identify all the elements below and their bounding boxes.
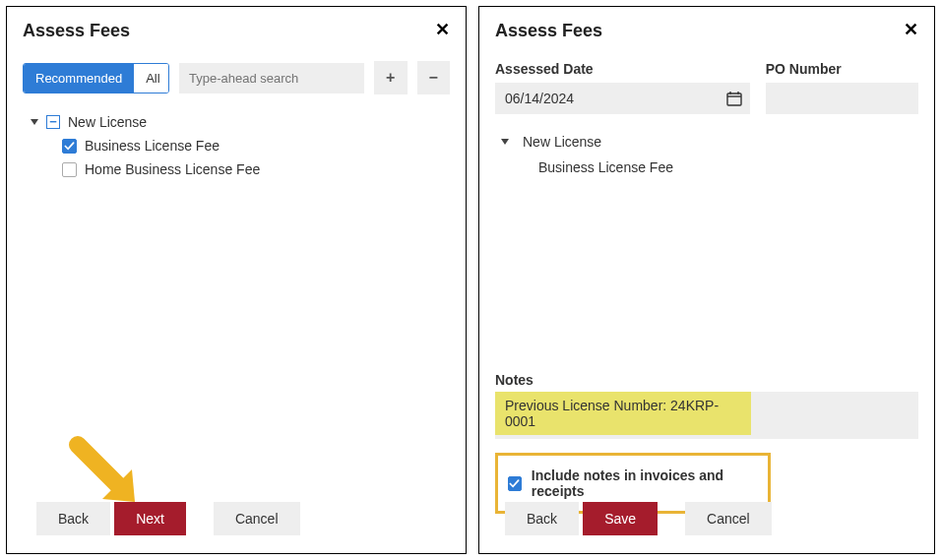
include-notes-label: Include notes in invoices and receipts [532, 467, 758, 499]
close-icon[interactable]: ✕ [435, 21, 450, 38]
fee-filter-tabs: Recommended All [23, 63, 169, 93]
tree-item-label: Home Business License Fee [85, 161, 260, 177]
tree-item-label: Business License Fee [85, 138, 220, 154]
close-icon[interactable]: ✕ [904, 21, 918, 38]
caret-down-icon [31, 119, 38, 125]
collapse-toggle[interactable]: − [46, 115, 60, 129]
fee-tree: − New License Business License Fee Home … [23, 112, 450, 179]
tab-all[interactable]: All [134, 64, 169, 93]
filter-row: Recommended All + − [23, 61, 450, 94]
minus-icon: − [429, 69, 438, 87]
notes-section: Notes Previous License Number: 24KRP-000… [495, 372, 918, 514]
fields-row: Assessed Date PO Number [495, 61, 918, 114]
tree-item[interactable]: Business License Fee [62, 136, 450, 156]
assessed-date-label: Assessed Date [495, 61, 750, 77]
checkbox-business-license-fee[interactable] [62, 139, 77, 154]
checkbox-home-business-license-fee[interactable] [62, 162, 77, 177]
cancel-button[interactable]: Cancel [214, 502, 300, 535]
back-button[interactable]: Back [505, 502, 579, 535]
po-number-label: PO Number [766, 61, 918, 77]
save-button[interactable]: Save [583, 502, 658, 535]
footer-buttons: Back Next Cancel [36, 502, 300, 535]
next-button[interactable]: Next [114, 502, 186, 535]
assessed-date-field: Assessed Date [495, 61, 750, 114]
assess-fees-panel-step1: Assess Fees ✕ Recommended All + − − New … [6, 6, 467, 554]
notes-highlighted-text: Previous License Number: 24KRP-0001 [495, 392, 751, 435]
tree-node-new-license[interactable]: − New License [31, 112, 450, 132]
page-title: Assess Fees [23, 21, 450, 41]
tree-item-label: Business License Fee [538, 159, 918, 175]
assessed-date-input[interactable] [495, 83, 750, 114]
collapse-all-button[interactable]: − [417, 61, 450, 94]
calendar-icon[interactable] [726, 91, 742, 106]
notes-label: Notes [495, 372, 918, 388]
check-icon [509, 478, 520, 489]
plus-icon: + [386, 69, 395, 87]
svg-rect-0 [727, 93, 741, 105]
notes-textarea[interactable]: Previous License Number: 24KRP-0001 [495, 392, 918, 439]
tree-node-label: New License [68, 114, 147, 130]
footer-buttons: Back Save Cancel [505, 502, 772, 535]
selected-fee-tree: New License Business License Fee [495, 132, 918, 175]
po-number-input[interactable] [766, 83, 918, 114]
tree-item[interactable]: Home Business License Fee [62, 159, 450, 179]
include-notes-checkbox[interactable] [508, 476, 522, 491]
po-number-field: PO Number [766, 61, 918, 114]
assess-fees-panel-step2: Assess Fees ✕ Assessed Date PO Number Ne… [478, 6, 935, 554]
tree-node-new-license[interactable]: New License [501, 132, 918, 152]
expand-all-button[interactable]: + [374, 61, 407, 94]
page-title: Assess Fees [495, 21, 918, 41]
tree-node-label: New License [523, 134, 601, 150]
back-button[interactable]: Back [36, 502, 110, 535]
search-input[interactable] [179, 63, 364, 93]
tab-recommended[interactable]: Recommended [24, 64, 134, 93]
caret-down-icon [501, 139, 509, 145]
cancel-button[interactable]: Cancel [685, 502, 772, 535]
check-icon [64, 141, 75, 152]
